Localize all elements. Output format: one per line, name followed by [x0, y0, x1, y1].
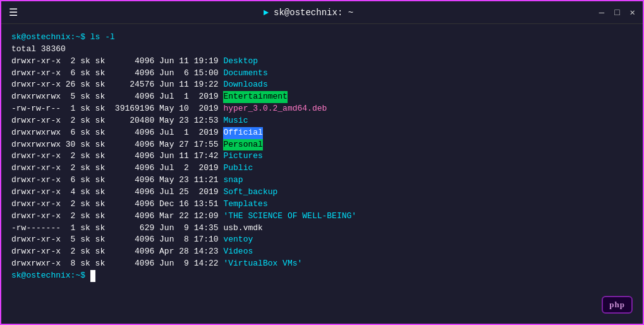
file-name: ventoy	[223, 234, 253, 246]
file-name: Downloads	[223, 79, 267, 91]
file-meta: drwxr-xr-x 2 sk sk 4096 Dec 16 13:51	[11, 199, 223, 211]
close-button[interactable]: ✕	[630, 7, 635, 18]
prompt-line-2: sk@ostechnix:~$	[11, 270, 633, 282]
file-meta: drwxr-xr-x 2 sk sk 4096 Jun 11 17:42	[11, 150, 223, 162]
file-name: Personal	[223, 139, 262, 151]
file-meta: drwxrwxrwx 5 sk sk 4096 Jul 1 2019	[11, 91, 223, 103]
table-row: -rw------- 1 sk sk 629 Jun 9 14:35 usb.v…	[11, 223, 633, 235]
file-name: Public	[223, 162, 253, 175]
file-name: Official	[223, 127, 262, 139]
window-title: sk@ostechnix: ~	[274, 8, 353, 18]
file-meta: drwxr-xr-x 2 sk sk 4096 Apr 28 14:23	[11, 246, 223, 258]
file-name: Soft_backup	[223, 187, 277, 199]
file-name: 'THE SCIENCE OF WELL-BEING'	[223, 211, 356, 223]
titlebar-controls: — □ ✕	[599, 7, 635, 18]
table-row: drwxr-xr-x 6 sk sk 4096 Jun 6 15:00 Docu…	[11, 68, 633, 80]
hamburger-icon[interactable]: ☰	[9, 6, 18, 19]
file-meta: drwxrwxr-x 8 sk sk 4096 Jun 9 14:22	[11, 258, 223, 270]
table-row: drwxr-xr-x 6 sk sk 4096 May 23 11:21 sna…	[11, 175, 633, 187]
titlebar: ☰ ► sk@ostechnix: ~ — □ ✕	[1, 1, 643, 24]
file-meta: drwxr-xr-x 5 sk sk 4096 Jun 8 17:10	[11, 234, 223, 246]
file-name: Entertainment	[223, 91, 287, 103]
file-name: hyper_3.0.2_amd64.deb	[223, 103, 327, 115]
table-row: drwxr-xr-x 2 sk sk 4096 Mar 22 12:09 'TH…	[11, 211, 633, 223]
table-row: drwxrwxr-x 8 sk sk 4096 Jun 9 14:22 'Vir…	[11, 258, 633, 270]
file-name: Documents	[223, 68, 267, 80]
file-meta: drwxr-xr-x 2 sk sk 4096 Mar 22 12:09	[11, 211, 223, 223]
table-row: drwxr-xr-x 2 sk sk 4096 Apr 28 14:23 Vid…	[11, 246, 633, 258]
file-name: 'VirtualBox VMs'	[223, 258, 302, 270]
file-meta: drwxr-xr-x 6 sk sk 4096 May 23 11:21	[11, 175, 223, 187]
terminal-icon: ►	[264, 8, 269, 18]
file-name: usb.vmdk	[223, 223, 262, 235]
titlebar-left: ☰	[9, 6, 18, 19]
maximize-button[interactable]: □	[614, 8, 619, 18]
command-line-1: sk@ostechnix:~$ ls -l	[11, 32, 633, 44]
file-meta: -rw------- 1 sk sk 629 Jun 9 14:35	[11, 223, 223, 235]
file-name: Videos	[223, 246, 253, 258]
file-name: Music	[223, 115, 248, 127]
file-name: Pictures	[223, 150, 262, 162]
terminal-window: ☰ ► sk@ostechnix: ~ — □ ✕ sk@ostechnix:~…	[0, 0, 644, 325]
table-row: drwxrwxrwx 30 sk sk 4096 May 27 17:55 Pe…	[11, 139, 633, 151]
file-name: Desktop	[223, 56, 258, 68]
file-meta: drwxr-xr-x 2 sk sk 20480 May 23 12:53	[11, 115, 223, 127]
table-row: drwxr-xr-x 2 sk sk 4096 Dec 16 13:51 Tem…	[11, 199, 633, 211]
table-row: drwxr-xr-x 2 sk sk 4096 Jun 11 17:42 Pic…	[11, 150, 633, 162]
file-meta: drwxr-xr-x 2 sk sk 4096 Jun 11 19:19	[11, 56, 223, 68]
table-row: drwxr-xr-x 5 sk sk 4096 Jun 8 17:10 vent…	[11, 234, 633, 246]
file-meta: drwxr-xr-x 2 sk sk 4096 Jul 2 2019	[11, 162, 223, 175]
cursor	[90, 270, 95, 282]
file-meta: drwxr-xr-x 4 sk sk 4096 Jul 25 2019	[11, 187, 223, 199]
titlebar-center: ► sk@ostechnix: ~	[264, 8, 353, 18]
php-badge: php	[602, 296, 633, 314]
file-meta: drwxrwxrwx 6 sk sk 4096 Jul 1 2019	[11, 127, 223, 139]
prompt: sk@ostechnix:~$ ls -l	[11, 32, 115, 44]
file-name: snap	[223, 175, 243, 187]
table-row: drwxr-xr-x 2 sk sk 4096 Jul 2 2019 Publi…	[11, 162, 633, 175]
table-row: drwxr-xr-x 2 sk sk 20480 May 23 12:53 Mu…	[11, 115, 633, 127]
table-row: -rw-rw-r-- 1 sk sk 39169196 May 10 2019 …	[11, 103, 633, 115]
total-text: total 38360	[11, 44, 66, 56]
table-row: drwxrwxrwx 5 sk sk 4096 Jul 1 2019 Enter…	[11, 91, 633, 103]
file-meta: -rw-rw-r-- 1 sk sk 39169196 May 10 2019	[11, 103, 223, 115]
file-listing: drwxr-xr-x 2 sk sk 4096 Jun 11 19:19 Des…	[11, 56, 633, 270]
table-row: drwxr-xr-x 2 sk sk 4096 Jun 11 19:19 Des…	[11, 56, 633, 68]
file-meta: drwxrwxrwx 30 sk sk 4096 May 27 17:55	[11, 139, 223, 151]
file-meta: drwxr-xr-x 6 sk sk 4096 Jun 6 15:00	[11, 68, 223, 80]
table-row: drwxr-xr-x 4 sk sk 4096 Jul 25 2019 Soft…	[11, 187, 633, 199]
file-meta: drwxr-xr-x 26 sk sk 24576 Jun 11 19:22	[11, 79, 223, 91]
file-name: Templates	[223, 199, 267, 211]
table-row: drwxrwxrwx 6 sk sk 4096 Jul 1 2019 Offic…	[11, 127, 633, 139]
prompt2: sk@ostechnix:~$	[11, 270, 90, 282]
terminal-body[interactable]: sk@ostechnix:~$ ls -l total 38360 drwxr-…	[1, 24, 643, 324]
table-row: drwxr-xr-x 26 sk sk 24576 Jun 11 19:22 D…	[11, 79, 633, 91]
total-line: total 38360	[11, 44, 633, 56]
minimize-button[interactable]: —	[599, 8, 604, 18]
